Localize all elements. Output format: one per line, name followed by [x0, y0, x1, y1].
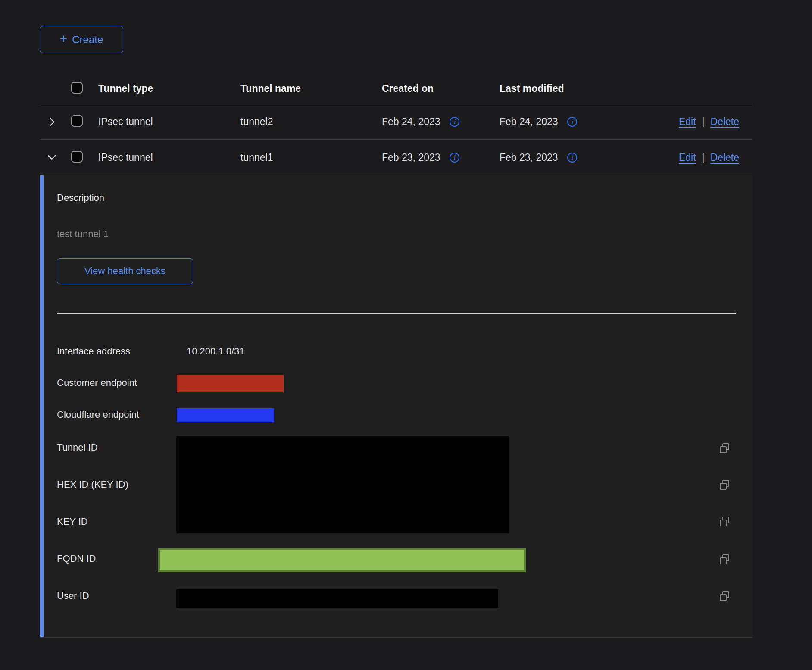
column-header-created-on: Created on [377, 83, 494, 94]
column-header-tunnel-type: Tunnel type [93, 83, 235, 94]
user-id-label: User ID [57, 589, 89, 602]
interface-address-label: Interface address [57, 345, 130, 358]
hex-id-label: HEX ID (KEY ID) [57, 478, 128, 491]
tunnel-type-cell: IPsec tunnel [93, 116, 235, 128]
copy-tunnel-id-button[interactable] [718, 442, 731, 454]
edit-link[interactable]: Edit [679, 152, 696, 163]
action-separator: | [702, 152, 705, 163]
expansion-indicator-bar [40, 175, 44, 637]
expanded-row-panel: Description test tunnel 1 View health ch… [40, 175, 752, 638]
column-header-tunnel-name: Tunnel name [235, 83, 377, 94]
tunnel-id-label: Tunnel ID [57, 441, 98, 454]
chevron-right-icon [47, 117, 57, 127]
table-header-row: Tunnel type Tunnel name Created on Last … [40, 73, 752, 104]
info-icon[interactable]: i [450, 153, 459, 163]
key-id-label: KEY ID [57, 515, 88, 528]
action-separator: | [702, 116, 705, 128]
column-header-last-modified: Last modified [494, 83, 659, 94]
tunnel-name-cell: tunnel1 [235, 152, 377, 163]
copy-icon [718, 554, 731, 566]
edit-link[interactable]: Edit [679, 116, 696, 128]
cloudflare-endpoint-redacted-value [177, 408, 274, 422]
info-icon[interactable]: i [567, 117, 577, 127]
section-divider [57, 313, 736, 314]
create-button[interactable]: + Create [40, 26, 123, 53]
tunnels-table: Tunnel type Tunnel name Created on Last … [40, 73, 752, 175]
info-icon[interactable]: i [567, 153, 577, 163]
description-label: Description [57, 191, 104, 204]
copy-fqdn-id-button[interactable] [718, 554, 731, 566]
copy-key-id-button[interactable] [718, 516, 731, 528]
tunnel-name-cell: tunnel2 [235, 116, 377, 128]
chevron-down-icon [47, 152, 57, 163]
last-modified-cell: Feb 24, 2023 [500, 116, 558, 128]
copy-icon [718, 516, 731, 528]
last-modified-cell: Feb 23, 2023 [500, 152, 558, 163]
table-row: IPsec tunnel tunnel1 Feb 23, 2023 i Feb … [40, 140, 752, 175]
info-icon[interactable]: i [450, 117, 459, 127]
view-health-checks-button[interactable]: View health checks [57, 258, 193, 284]
table-row: IPsec tunnel tunnel2 Feb 24, 2023 i Feb … [40, 104, 752, 140]
copy-icon [718, 479, 731, 491]
select-all-checkbox[interactable] [71, 82, 83, 94]
description-value: test tunnel 1 [57, 228, 109, 241]
plus-icon: + [60, 32, 68, 45]
customer-endpoint-label: Customer endpoint [57, 376, 137, 389]
copy-icon [718, 590, 731, 602]
interface-address-value: 10.200.1.0/31 [187, 345, 245, 358]
delete-link[interactable]: Delete [711, 116, 739, 128]
customer-endpoint-redacted-value [177, 375, 284, 392]
created-on-cell: Feb 24, 2023 [382, 116, 440, 128]
fqdn-id-redacted-value [158, 548, 526, 572]
fqdn-id-label: FQDN ID [57, 552, 96, 565]
expand-row-button[interactable] [40, 117, 64, 127]
ids-redacted-value-block [176, 436, 509, 533]
copy-hex-id-button[interactable] [718, 479, 731, 491]
row-checkbox[interactable] [71, 151, 83, 163]
created-on-cell: Feb 23, 2023 [382, 152, 440, 163]
delete-link[interactable]: Delete [711, 152, 739, 163]
copy-icon [718, 442, 731, 454]
copy-user-id-button[interactable] [718, 590, 731, 602]
row-checkbox[interactable] [71, 115, 83, 127]
cloudflare-endpoint-label: Cloudflare endpoint [57, 408, 139, 421]
user-id-redacted-value [176, 589, 498, 608]
tunnel-type-cell: IPsec tunnel [93, 152, 235, 163]
create-button-label: Create [72, 34, 103, 46]
collapse-row-button[interactable] [40, 152, 64, 163]
tunnels-page: + Create Tunnel type Tunnel name Created… [0, 0, 812, 670]
